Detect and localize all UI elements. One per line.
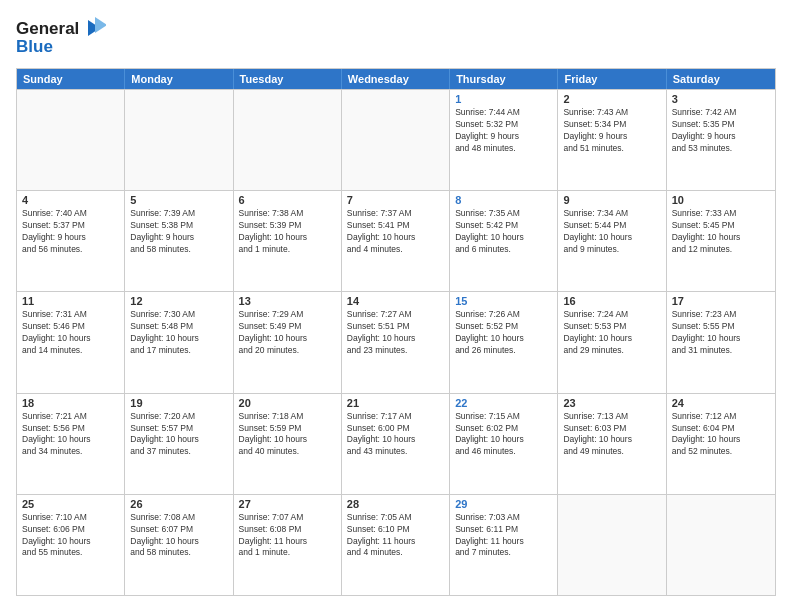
logo-svg: General Blue [16,16,106,58]
calendar-cell: 11Sunrise: 7:31 AM Sunset: 5:46 PM Dayli… [17,292,125,392]
day-info: Sunrise: 7:40 AM Sunset: 5:37 PM Dayligh… [22,208,119,256]
calendar-cell: 17Sunrise: 7:23 AM Sunset: 5:55 PM Dayli… [667,292,775,392]
day-number: 27 [239,498,336,510]
day-number: 3 [672,93,770,105]
calendar-cell [667,495,775,595]
calendar-cell: 21Sunrise: 7:17 AM Sunset: 6:00 PM Dayli… [342,394,450,494]
day-info: Sunrise: 7:42 AM Sunset: 5:35 PM Dayligh… [672,107,770,155]
calendar: SundayMondayTuesdayWednesdayThursdayFrid… [16,68,776,596]
day-info: Sunrise: 7:08 AM Sunset: 6:07 PM Dayligh… [130,512,227,560]
calendar-cell: 9Sunrise: 7:34 AM Sunset: 5:44 PM Daylig… [558,191,666,291]
calendar-cell: 26Sunrise: 7:08 AM Sunset: 6:07 PM Dayli… [125,495,233,595]
day-info: Sunrise: 7:13 AM Sunset: 6:03 PM Dayligh… [563,411,660,459]
day-info: Sunrise: 7:35 AM Sunset: 5:42 PM Dayligh… [455,208,552,256]
calendar-cell: 5Sunrise: 7:39 AM Sunset: 5:38 PM Daylig… [125,191,233,291]
day-info: Sunrise: 7:39 AM Sunset: 5:38 PM Dayligh… [130,208,227,256]
day-info: Sunrise: 7:17 AM Sunset: 6:00 PM Dayligh… [347,411,444,459]
day-info: Sunrise: 7:10 AM Sunset: 6:06 PM Dayligh… [22,512,119,560]
calendar-cell: 27Sunrise: 7:07 AM Sunset: 6:08 PM Dayli… [234,495,342,595]
day-info: Sunrise: 7:03 AM Sunset: 6:11 PM Dayligh… [455,512,552,560]
calendar-cell [234,90,342,190]
calendar-row-2: 4Sunrise: 7:40 AM Sunset: 5:37 PM Daylig… [17,190,775,291]
page: General Blue SundayMondayTuesdayWednesda… [0,0,792,612]
day-info: Sunrise: 7:07 AM Sunset: 6:08 PM Dayligh… [239,512,336,560]
day-info: Sunrise: 7:44 AM Sunset: 5:32 PM Dayligh… [455,107,552,155]
calendar-cell: 4Sunrise: 7:40 AM Sunset: 5:37 PM Daylig… [17,191,125,291]
calendar-cell [558,495,666,595]
day-number: 22 [455,397,552,409]
day-number: 25 [22,498,119,510]
calendar-cell [125,90,233,190]
calendar-cell: 15Sunrise: 7:26 AM Sunset: 5:52 PM Dayli… [450,292,558,392]
day-info: Sunrise: 7:26 AM Sunset: 5:52 PM Dayligh… [455,309,552,357]
day-number: 15 [455,295,552,307]
calendar-row-1: 1Sunrise: 7:44 AM Sunset: 5:32 PM Daylig… [17,89,775,190]
calendar-cell: 16Sunrise: 7:24 AM Sunset: 5:53 PM Dayli… [558,292,666,392]
day-number: 12 [130,295,227,307]
calendar-cell: 23Sunrise: 7:13 AM Sunset: 6:03 PM Dayli… [558,394,666,494]
calendar-cell: 6Sunrise: 7:38 AM Sunset: 5:39 PM Daylig… [234,191,342,291]
weekday-header-tuesday: Tuesday [234,69,342,89]
calendar-row-4: 18Sunrise: 7:21 AM Sunset: 5:56 PM Dayli… [17,393,775,494]
calendar-header: SundayMondayTuesdayWednesdayThursdayFrid… [17,69,775,89]
day-number: 9 [563,194,660,206]
day-number: 20 [239,397,336,409]
day-info: Sunrise: 7:15 AM Sunset: 6:02 PM Dayligh… [455,411,552,459]
day-info: Sunrise: 7:31 AM Sunset: 5:46 PM Dayligh… [22,309,119,357]
day-number: 19 [130,397,227,409]
svg-text:General: General [16,19,79,38]
calendar-cell: 13Sunrise: 7:29 AM Sunset: 5:49 PM Dayli… [234,292,342,392]
calendar-row-3: 11Sunrise: 7:31 AM Sunset: 5:46 PM Dayli… [17,291,775,392]
day-number: 28 [347,498,444,510]
calendar-row-5: 25Sunrise: 7:10 AM Sunset: 6:06 PM Dayli… [17,494,775,595]
calendar-cell: 29Sunrise: 7:03 AM Sunset: 6:11 PM Dayli… [450,495,558,595]
weekday-header-thursday: Thursday [450,69,558,89]
day-number: 14 [347,295,444,307]
day-info: Sunrise: 7:30 AM Sunset: 5:48 PM Dayligh… [130,309,227,357]
day-number: 29 [455,498,552,510]
calendar-cell: 22Sunrise: 7:15 AM Sunset: 6:02 PM Dayli… [450,394,558,494]
calendar-cell: 1Sunrise: 7:44 AM Sunset: 5:32 PM Daylig… [450,90,558,190]
day-info: Sunrise: 7:12 AM Sunset: 6:04 PM Dayligh… [672,411,770,459]
calendar-cell: 7Sunrise: 7:37 AM Sunset: 5:41 PM Daylig… [342,191,450,291]
day-number: 1 [455,93,552,105]
day-number: 21 [347,397,444,409]
day-info: Sunrise: 7:05 AM Sunset: 6:10 PM Dayligh… [347,512,444,560]
calendar-cell: 18Sunrise: 7:21 AM Sunset: 5:56 PM Dayli… [17,394,125,494]
day-info: Sunrise: 7:18 AM Sunset: 5:59 PM Dayligh… [239,411,336,459]
calendar-cell: 3Sunrise: 7:42 AM Sunset: 5:35 PM Daylig… [667,90,775,190]
header: General Blue [16,16,776,58]
day-info: Sunrise: 7:43 AM Sunset: 5:34 PM Dayligh… [563,107,660,155]
day-info: Sunrise: 7:38 AM Sunset: 5:39 PM Dayligh… [239,208,336,256]
calendar-cell: 12Sunrise: 7:30 AM Sunset: 5:48 PM Dayli… [125,292,233,392]
day-number: 16 [563,295,660,307]
calendar-cell: 8Sunrise: 7:35 AM Sunset: 5:42 PM Daylig… [450,191,558,291]
weekday-header-friday: Friday [558,69,666,89]
calendar-cell: 28Sunrise: 7:05 AM Sunset: 6:10 PM Dayli… [342,495,450,595]
weekday-header-sunday: Sunday [17,69,125,89]
day-info: Sunrise: 7:21 AM Sunset: 5:56 PM Dayligh… [22,411,119,459]
day-number: 18 [22,397,119,409]
day-number: 6 [239,194,336,206]
day-number: 2 [563,93,660,105]
day-info: Sunrise: 7:37 AM Sunset: 5:41 PM Dayligh… [347,208,444,256]
weekday-header-monday: Monday [125,69,233,89]
svg-marker-3 [95,17,106,33]
calendar-cell: 19Sunrise: 7:20 AM Sunset: 5:57 PM Dayli… [125,394,233,494]
day-number: 17 [672,295,770,307]
day-info: Sunrise: 7:23 AM Sunset: 5:55 PM Dayligh… [672,309,770,357]
day-info: Sunrise: 7:20 AM Sunset: 5:57 PM Dayligh… [130,411,227,459]
day-number: 5 [130,194,227,206]
day-number: 8 [455,194,552,206]
day-info: Sunrise: 7:34 AM Sunset: 5:44 PM Dayligh… [563,208,660,256]
day-number: 24 [672,397,770,409]
calendar-cell: 14Sunrise: 7:27 AM Sunset: 5:51 PM Dayli… [342,292,450,392]
calendar-cell: 2Sunrise: 7:43 AM Sunset: 5:34 PM Daylig… [558,90,666,190]
svg-text:Blue: Blue [16,37,53,56]
day-number: 26 [130,498,227,510]
weekday-header-wednesday: Wednesday [342,69,450,89]
calendar-cell [342,90,450,190]
calendar-cell: 25Sunrise: 7:10 AM Sunset: 6:06 PM Dayli… [17,495,125,595]
calendar-cell [17,90,125,190]
day-number: 4 [22,194,119,206]
